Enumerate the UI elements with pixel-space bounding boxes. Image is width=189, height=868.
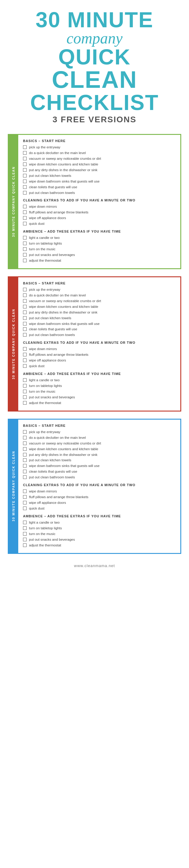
check-label: wipe down bathroom sinks that guests wil…	[29, 464, 100, 468]
checkbox[interactable]	[23, 447, 27, 451]
checkbox[interactable]	[23, 521, 27, 524]
list-item: wipe off appliance doors	[23, 500, 176, 505]
check-label: wipe off appliance doors	[29, 216, 66, 220]
checkbox[interactable]	[23, 353, 27, 356]
checkbox[interactable]	[23, 253, 27, 256]
checkbox[interactable]	[23, 162, 27, 166]
checkbox[interactable]	[23, 532, 27, 536]
checkbox[interactable]	[23, 453, 27, 457]
checkbox[interactable]	[23, 544, 27, 547]
list-item: put any dirty dishes in the dishwasher o…	[23, 453, 176, 457]
check-label: put out snacks and beverages	[29, 253, 75, 257]
checkbox[interactable]	[23, 305, 27, 308]
checkbox[interactable]	[23, 390, 27, 393]
check-label: quick dust	[29, 506, 44, 511]
checkbox[interactable]	[23, 288, 27, 291]
card-content-red: BASICS – START HERE pick up the entryway…	[18, 277, 180, 411]
list-item: put out snacks and beverages	[23, 395, 176, 400]
checkbox[interactable]	[23, 490, 27, 493]
checkbox[interactable]	[23, 430, 27, 434]
checkbox[interactable]	[23, 180, 27, 183]
header-line6: 3 FREE VERSIONS	[6, 115, 183, 124]
check-label: do a quick declutter on the main level	[29, 293, 86, 298]
list-item: turn on tabletop lights	[23, 384, 176, 388]
check-label: do a quick declutter on the main level	[29, 151, 86, 155]
list-item: light a candle or two	[23, 378, 176, 382]
checkbox[interactable]	[23, 259, 27, 262]
checkbox[interactable]	[23, 464, 27, 468]
checkbox[interactable]	[23, 151, 27, 155]
extras-title-1: CLEANING EXTRAS TO ADD IF YOU HAVE A MIN…	[23, 198, 176, 202]
card-red: 30 MINUTE COMPANY QUICK CLEAN BASICS – S…	[8, 276, 181, 411]
checkbox[interactable]	[23, 299, 27, 303]
checkbox[interactable]	[23, 311, 27, 314]
check-label: light a candle or two	[29, 378, 60, 382]
checkbox[interactable]	[23, 205, 27, 208]
check-label: put out clean bathroom towels	[29, 475, 75, 479]
checkbox[interactable]	[23, 401, 27, 405]
check-label: wipe down mirrors	[29, 347, 57, 351]
checkbox[interactable]	[23, 168, 27, 172]
list-item: fluff pillows and arrange throw blankets	[23, 495, 176, 499]
extras-list-2: wipe down mirrors fluff pillows and arra…	[23, 347, 176, 368]
checkbox[interactable]	[23, 293, 27, 297]
checkbox[interactable]	[23, 395, 27, 399]
check-label: put out clean bathroom towels	[29, 333, 75, 337]
checkbox[interactable]	[23, 470, 27, 473]
check-label: wipe off appliance doors	[29, 500, 66, 505]
checkbox[interactable]	[23, 333, 27, 337]
checkbox[interactable]	[23, 364, 27, 368]
checkbox[interactable]	[23, 359, 27, 362]
checkbox[interactable]	[23, 157, 27, 160]
check-label: fluff pillows and arrange throw blankets	[29, 352, 88, 357]
checkbox[interactable]	[23, 222, 27, 225]
checkbox[interactable]	[23, 145, 27, 149]
checkbox[interactable]	[23, 458, 27, 462]
checkbox[interactable]	[23, 327, 27, 331]
check-label: clean toilets that guests will use	[29, 469, 77, 474]
checkbox[interactable]	[23, 316, 27, 320]
list-item: quick dust	[23, 506, 176, 511]
checkbox[interactable]	[23, 191, 27, 194]
checkbox[interactable]	[23, 441, 27, 445]
card-blue: 30 MINUTE COMPANY QUICK CLEAN BASICS – S…	[8, 419, 181, 554]
checkbox[interactable]	[23, 236, 27, 240]
list-item: put out clean bathroom towels	[23, 191, 176, 195]
checkbox[interactable]	[23, 495, 27, 499]
check-label: do a quick declutter on the main level	[29, 435, 86, 440]
check-label: turn on the music	[29, 532, 55, 536]
checkbox[interactable]	[23, 506, 27, 510]
list-item: put out clean bathroom towels	[23, 333, 176, 337]
list-item: vacuum or sweep any noticeable crumbs or…	[23, 156, 176, 161]
checkbox[interactable]	[23, 501, 27, 504]
checkbox[interactable]	[23, 436, 27, 439]
check-label: clean toilets that guests will use	[29, 185, 77, 189]
checkbox[interactable]	[23, 216, 27, 220]
card-green: 30 MINUTE COMPANY QUICK CLEAN BASICS – S…	[8, 134, 181, 269]
checkbox[interactable]	[23, 347, 27, 351]
checkbox[interactable]	[23, 185, 27, 189]
checkbox[interactable]	[23, 174, 27, 178]
list-item: put out clean kitchen towels	[23, 174, 176, 178]
check-label: put any dirty dishes in the dishwasher o…	[29, 168, 98, 172]
checkbox[interactable]	[23, 526, 27, 530]
list-item: wipe down bathroom sinks that guests wil…	[23, 321, 176, 326]
checkbox[interactable]	[23, 210, 27, 214]
check-label: pick up the entryway	[29, 145, 61, 150]
checkbox[interactable]	[23, 322, 27, 326]
list-item: fluff pillows and arrange throw blankets	[23, 210, 176, 215]
checkbox[interactable]	[23, 475, 27, 479]
checkbox[interactable]	[23, 378, 27, 382]
list-item: wipe down kitchen counters and kitchen t…	[23, 447, 176, 452]
check-label: put any dirty dishes in the dishwasher o…	[29, 310, 98, 315]
basics-list-2: pick up the entryway do a quick declutte…	[23, 287, 176, 337]
checkbox[interactable]	[23, 242, 27, 245]
check-label: put out clean kitchen towels	[29, 316, 71, 320]
checkbox[interactable]	[23, 384, 27, 388]
checkbox[interactable]	[23, 538, 27, 541]
header-line1: 30 MINUTE	[6, 9, 183, 31]
check-label: put out snacks and beverages	[29, 395, 75, 400]
list-item: quick dust	[23, 221, 176, 226]
list-item: put any dirty dishes in the dishwasher o…	[23, 310, 176, 315]
checkbox[interactable]	[23, 247, 27, 251]
